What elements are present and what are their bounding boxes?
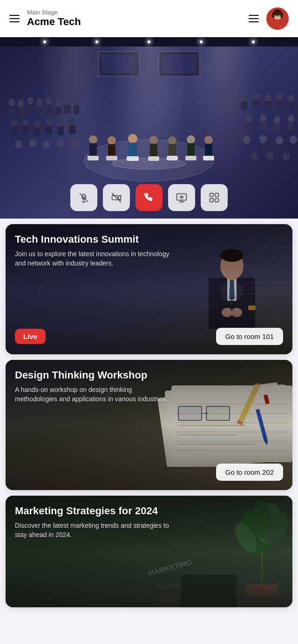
svg-point-65: [264, 94, 271, 101]
svg-point-37: [29, 139, 36, 147]
session-title-3: Marketing Strategies for 2024: [15, 505, 283, 517]
mic-button[interactable]: [70, 184, 97, 211]
svg-point-84: [290, 135, 297, 144]
svg-rect-100: [215, 199, 218, 202]
svg-rect-54: [169, 144, 176, 157]
svg-rect-33: [46, 126, 52, 134]
light-5: [252, 40, 255, 43]
header-right: [249, 7, 289, 30]
svg-rect-99: [210, 199, 213, 202]
svg-point-81: [243, 136, 251, 144]
svg-line-92: [112, 193, 121, 202]
call-button[interactable]: [135, 184, 163, 211]
svg-point-8: [8, 99, 15, 106]
go-to-room-202-button[interactable]: Go to room 202: [216, 464, 283, 481]
svg-rect-77: [246, 122, 252, 131]
session-desc-3: Discover the latest marketing trends and…: [15, 521, 173, 540]
svg-rect-79: [274, 123, 280, 131]
svg-rect-69: [253, 100, 259, 108]
svg-point-62: [112, 158, 186, 169]
svg-point-4: [280, 13, 283, 18]
svg-rect-35: [69, 126, 75, 134]
svg-point-38: [43, 140, 50, 149]
session-text-1: Tech Innovations Summit Join us to explo…: [15, 233, 283, 322]
svg-rect-45: [108, 144, 115, 157]
svg-point-5: [271, 20, 284, 30]
stage-people: [79, 130, 219, 172]
svg-point-26: [34, 120, 41, 128]
svg-rect-20: [46, 105, 52, 113]
svg-point-7: [278, 14, 279, 15]
left-screen: [98, 51, 140, 77]
right-audience: [237, 91, 298, 167]
svg-point-3: [272, 13, 275, 18]
svg-rect-42: [89, 143, 97, 157]
header-left: Main Stage Acme Tech: [9, 9, 81, 28]
svg-point-28: [57, 120, 64, 127]
svg-rect-17: [18, 107, 24, 115]
svg-rect-61: [203, 156, 214, 160]
session-text-3: Marketing Strategies for 2024 Discover t…: [15, 505, 283, 592]
svg-rect-57: [187, 143, 195, 157]
card-content-2: Design Thinking Workshop A hands-on work…: [6, 360, 292, 490]
svg-point-6: [276, 14, 277, 15]
svg-point-59: [204, 136, 213, 144]
svg-point-53: [168, 136, 176, 145]
session-desc-1: Join us to explore the latest innovation…: [15, 249, 173, 268]
right-screen-inner: [163, 55, 196, 73]
svg-point-56: [187, 135, 195, 144]
svg-point-11: [36, 99, 43, 106]
session-footer-1: Live Go to room 101: [15, 328, 283, 345]
card-content-1: Tech Innovations Summit Join us to explo…: [6, 224, 292, 354]
svg-rect-32: [34, 127, 41, 136]
svg-point-63: [241, 94, 248, 102]
avatar[interactable]: [266, 7, 289, 30]
left-audience: [5, 95, 79, 151]
svg-rect-48: [129, 143, 137, 158]
ceiling-lights: [0, 37, 298, 46]
session-text-2: Design Thinking Workshop A hands-on work…: [15, 369, 283, 458]
svg-point-41: [89, 135, 97, 144]
svg-rect-97: [210, 193, 213, 197]
header-title-block: Main Stage Acme Tech: [27, 9, 81, 28]
right-menu-button[interactable]: [249, 15, 259, 22]
svg-rect-60: [205, 144, 212, 157]
session-card-3: MARKETING AND PRICING: [6, 496, 292, 607]
svg-rect-30: [11, 126, 17, 135]
grid-view-button[interactable]: [201, 184, 228, 211]
header-title: Acme Tech: [27, 16, 81, 28]
svg-rect-72: [288, 101, 294, 110]
svg-point-39: [57, 139, 64, 148]
svg-point-66: [276, 93, 283, 100]
svg-point-27: [46, 119, 52, 126]
screen-share-button[interactable]: [168, 184, 195, 211]
svg-point-75: [274, 116, 280, 123]
svg-point-13: [55, 100, 61, 107]
svg-rect-19: [36, 106, 43, 114]
svg-point-10: [27, 97, 34, 105]
session-desc-2: A hands-on workshop on design thinking m…: [15, 385, 173, 404]
svg-point-47: [128, 134, 137, 143]
left-menu-button[interactable]: [9, 15, 20, 22]
svg-point-36: [15, 140, 22, 148]
light-1: [43, 40, 46, 43]
svg-rect-51: [150, 144, 157, 158]
camera-button[interactable]: [103, 184, 130, 211]
session-footer-2: Go to room 202: [15, 464, 283, 481]
svg-rect-34: [57, 127, 64, 135]
svg-point-82: [259, 135, 267, 143]
video-section: [0, 37, 298, 219]
svg-rect-78: [260, 121, 266, 130]
svg-rect-80: [288, 122, 294, 130]
screens-container: [98, 51, 200, 77]
session-card-1: Tech Innovations Summit Join us to explo…: [6, 224, 292, 354]
svg-rect-23: [74, 106, 79, 114]
svg-point-50: [149, 136, 158, 144]
svg-rect-98: [215, 193, 218, 197]
svg-point-73: [246, 115, 252, 123]
app-header: Main Stage Acme Tech: [0, 0, 298, 37]
go-to-room-101-button[interactable]: Go to room 101: [216, 328, 283, 345]
session-card-2: Design Thinking Workshop A hands-on work…: [6, 360, 292, 490]
svg-rect-71: [276, 100, 283, 108]
svg-rect-68: [241, 101, 248, 110]
